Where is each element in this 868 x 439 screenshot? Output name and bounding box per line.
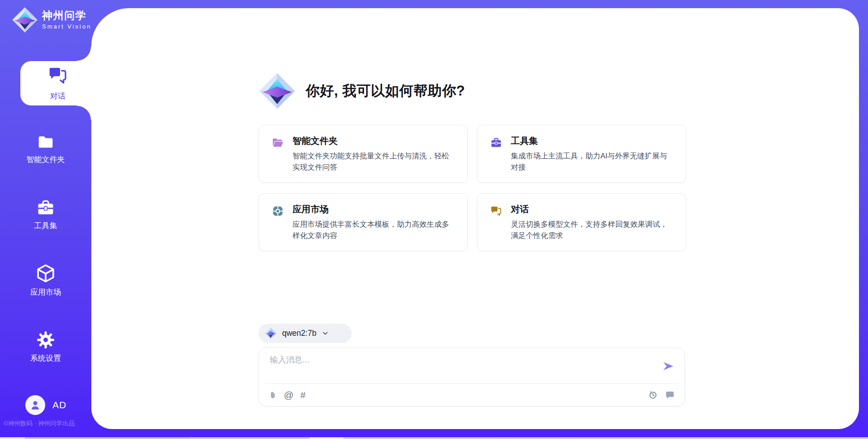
sidebar-item-label: 应用市场 <box>0 287 91 297</box>
sidebar-item-label: 系统设置 <box>0 353 91 363</box>
sidebar-item-label: 工具集 <box>0 220 91 231</box>
message-bubble-icon <box>665 390 675 400</box>
greeting-text: 你好, 我可以如何帮助你? <box>306 81 465 100</box>
sidebar-item-folders[interactable]: 智能文件夹 <box>0 133 91 165</box>
card-title: 工具集 <box>511 135 538 147</box>
chevron-down-icon <box>322 330 329 337</box>
card-description: 集成市场上主流工具，助力AI与外界无缝扩展与对接 <box>511 150 673 173</box>
tab-curve-top <box>77 47 91 61</box>
chat-bubbles-icon <box>490 205 502 217</box>
hash-glyph: # <box>300 390 306 400</box>
message-composer: @ # <box>259 348 685 406</box>
at-glyph: @ <box>284 390 293 400</box>
folder-open-icon <box>272 137 284 149</box>
card-description: 智能文件夹功能支持批量文件上传与清洗，轻松实现文件问答 <box>292 150 455 173</box>
model-name: qwen2:7b <box>282 329 316 338</box>
sidebar-item-tools[interactable]: 工具集 <box>0 198 91 231</box>
sidebar-item-settings[interactable]: 系统设置 <box>0 330 91 363</box>
history-clock-icon <box>648 390 658 400</box>
card-title: 对话 <box>511 203 529 215</box>
feature-card-apps[interactable]: 应用市场 应用市场提供丰富长文本模板，助力高效生成多样化文章内容 <box>259 193 468 251</box>
user-initials: AD <box>52 400 66 410</box>
model-logo-diamond-icon <box>264 327 277 339</box>
composer-toolbar: @ # <box>269 384 675 406</box>
paperclip-icon <box>269 390 277 400</box>
feature-card-tools[interactable]: 工具集 集成市场上主流工具，助力AI与外界无缝扩展与对接 <box>477 125 686 183</box>
toolbox-icon <box>36 198 56 217</box>
card-title: 应用市场 <box>292 203 329 215</box>
brand-name: 神州问学 <box>42 10 91 21</box>
tab-curve-bottom <box>77 105 91 120</box>
app-window: 神州问学 Smart Vision 对话 智能文件夹 工具集 应用市场 <box>0 0 868 439</box>
sidebar-item-apps[interactable]: 应用市场 <box>0 263 91 297</box>
chat-bubbles-icon <box>47 65 68 86</box>
feedback-button[interactable] <box>665 390 675 400</box>
avatar <box>25 395 45 415</box>
sidebar-item-chat[interactable]: 对话 <box>20 61 95 105</box>
feature-card-chat[interactable]: 对话 灵活切换多模型文件，支持多样回复效果调试，满足个性化需求 <box>477 193 686 251</box>
copyright-text: ©神州数码 · 神州问学出品 <box>4 420 103 428</box>
person-icon <box>29 399 41 411</box>
cube-icon <box>35 263 56 284</box>
attach-file-button[interactable] <box>269 390 277 400</box>
user-account[interactable]: AD <box>25 395 66 415</box>
folder-icon <box>36 133 56 151</box>
send-button[interactable] <box>662 360 675 372</box>
toolbox-icon <box>490 137 502 149</box>
feature-card-folders[interactable]: 智能文件夹 智能文件夹功能支持批量文件上传与清洗，轻松实现文件问答 <box>259 125 468 183</box>
card-title: 智能文件夹 <box>292 135 338 147</box>
brand: 神州问学 Smart Vision <box>12 7 91 33</box>
sidebar-item-label: 智能文件夹 <box>0 154 91 165</box>
greeting: 你好, 我可以如何帮助你? <box>259 72 465 110</box>
brand-subtitle: Smart Vision <box>42 23 91 30</box>
mention-button[interactable]: @ <box>284 390 293 400</box>
model-selector[interactable]: qwen2:7b <box>259 324 352 343</box>
card-description: 灵活切换多模型文件，支持多样回复效果调试，满足个性化需求 <box>511 219 673 241</box>
history-button[interactable] <box>648 390 658 400</box>
screen-bottom-edge <box>0 437 868 439</box>
app-grid-icon <box>272 205 284 217</box>
gear-icon <box>36 330 56 350</box>
assistant-logo-diamond-icon <box>259 72 296 110</box>
brand-logo-diamond-icon <box>12 7 38 33</box>
card-description: 应用市场提供丰富长文本模板，助力高效生成多样化文章内容 <box>292 219 455 241</box>
message-input[interactable] <box>270 354 650 381</box>
topic-button[interactable]: # <box>300 390 306 400</box>
sidebar-item-label: 对话 <box>50 91 66 101</box>
send-icon <box>662 360 675 372</box>
